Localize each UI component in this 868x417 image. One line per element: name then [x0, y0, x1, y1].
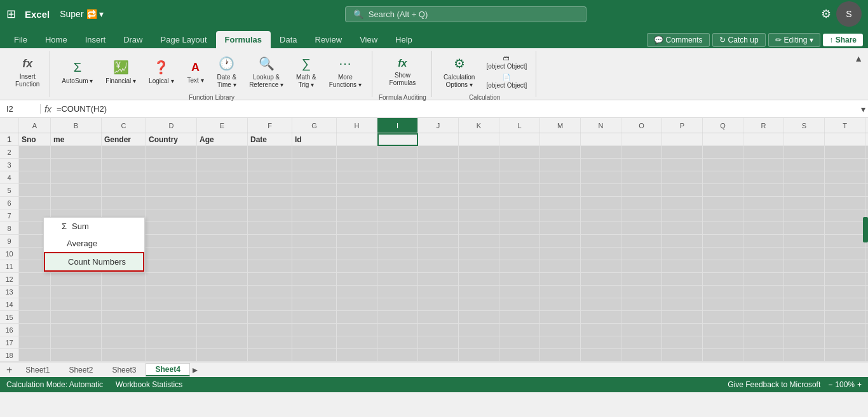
cell-j15[interactable]	[418, 311, 459, 324]
math-trig-button[interactable]: ∑ Math &Trig ▾	[291, 53, 322, 91]
col-header-k[interactable]: K	[459, 118, 499, 133]
cell-a6[interactable]	[19, 197, 51, 209]
cell-c1[interactable]: Gender	[102, 133, 146, 146]
cell-q10[interactable]	[703, 248, 743, 260]
cell-i1[interactable]	[377, 133, 418, 146]
cell-o1[interactable]	[621, 133, 662, 146]
calculate-workbook-button[interactable]: 🗃 [object Object]	[482, 53, 531, 71]
cell-u14[interactable]	[865, 298, 868, 311]
cell-s5[interactable]	[784, 184, 825, 197]
cell-g7[interactable]	[292, 209, 337, 222]
cell-e13[interactable]	[197, 286, 248, 298]
cell-r9[interactable]	[743, 235, 784, 248]
cell-j13[interactable]	[418, 286, 459, 298]
cell-i4[interactable]	[377, 171, 418, 184]
cell-c18[interactable]	[102, 349, 146, 362]
tab-review[interactable]: Review	[306, 31, 351, 48]
cell-m10[interactable]	[540, 248, 581, 260]
cell-p9[interactable]	[662, 235, 703, 248]
cell-u17[interactable]	[865, 336, 868, 349]
cell-n17[interactable]	[581, 336, 621, 349]
cell-k16[interactable]	[459, 324, 499, 336]
col-header-u[interactable]: U	[865, 118, 868, 133]
tab-draw[interactable]: Draw	[114, 31, 151, 48]
add-sheet-button[interactable]: +	[3, 364, 16, 376]
cell-g17[interactable]	[292, 336, 337, 349]
cell-j18[interactable]	[418, 349, 459, 362]
cell-g14[interactable]	[292, 298, 337, 311]
cell-f3[interactable]	[248, 159, 292, 171]
cell-d1[interactable]: Country	[146, 133, 197, 146]
cell-p14[interactable]	[662, 298, 703, 311]
cell-b1[interactable]: me	[51, 133, 102, 146]
col-header-s[interactable]: S	[784, 118, 825, 133]
cell-t9[interactable]	[825, 235, 865, 248]
cell-i15[interactable]	[377, 311, 418, 324]
cell-b5[interactable]	[51, 184, 102, 197]
cell-t4[interactable]	[825, 171, 865, 184]
col-header-g[interactable]: G	[292, 118, 337, 133]
cell-k1[interactable]	[459, 133, 499, 146]
grid-icon[interactable]: ⊞	[6, 7, 16, 21]
cell-j4[interactable]	[418, 171, 459, 184]
cell-i18[interactable]	[377, 349, 418, 362]
cell-m2[interactable]	[540, 146, 581, 159]
more-sheets-button[interactable]: ▸	[190, 364, 200, 376]
cell-o2[interactable]	[621, 146, 662, 159]
cell-h17[interactable]	[337, 336, 377, 349]
dropdown-item-sum[interactable]: Σ Sum	[44, 218, 144, 235]
cell-m17[interactable]	[540, 336, 581, 349]
cell-i10[interactable]	[377, 248, 418, 260]
cell-r11[interactable]	[743, 260, 784, 273]
tab-file[interactable]: File	[5, 31, 36, 48]
tab-view[interactable]: View	[351, 31, 386, 48]
cell-n1[interactable]	[581, 133, 621, 146]
cell-h5[interactable]	[337, 184, 377, 197]
cell-f1[interactable]: Date	[248, 133, 292, 146]
cell-o17[interactable]	[621, 336, 662, 349]
cell-m4[interactable]	[540, 171, 581, 184]
cell-g10[interactable]	[292, 248, 337, 260]
cell-e5[interactable]	[197, 184, 248, 197]
cell-m3[interactable]	[540, 159, 581, 171]
cell-a18[interactable]	[19, 349, 51, 362]
cell-d16[interactable]	[146, 324, 197, 336]
cell-h8[interactable]	[337, 222, 377, 235]
cell-t10[interactable]	[825, 248, 865, 260]
cell-i8[interactable]	[377, 222, 418, 235]
cell-f8[interactable]	[248, 222, 292, 235]
cell-r17[interactable]	[743, 336, 784, 349]
cell-t6[interactable]	[825, 197, 865, 209]
cell-p17[interactable]	[662, 336, 703, 349]
cell-b15[interactable]	[51, 311, 102, 324]
cell-a4[interactable]	[19, 171, 51, 184]
cell-n7[interactable]	[581, 209, 621, 222]
cell-q13[interactable]	[703, 286, 743, 298]
cell-p2[interactable]	[662, 146, 703, 159]
cell-o13[interactable]	[621, 286, 662, 298]
cell-h3[interactable]	[337, 159, 377, 171]
cell-h14[interactable]	[337, 298, 377, 311]
sheet-tab-2[interactable]: Sheet2	[59, 364, 102, 376]
cell-o9[interactable]	[621, 235, 662, 248]
cell-l9[interactable]	[499, 235, 540, 248]
cell-d7[interactable]	[146, 209, 197, 222]
cell-m5[interactable]	[540, 184, 581, 197]
col-header-l[interactable]: L	[499, 118, 540, 133]
cell-p13[interactable]	[662, 286, 703, 298]
cell-r15[interactable]	[743, 311, 784, 324]
col-header-q[interactable]: Q	[703, 118, 743, 133]
col-header-b[interactable]: B	[51, 118, 102, 133]
cell-s7[interactable]	[784, 209, 825, 222]
cell-n12[interactable]	[581, 273, 621, 286]
cell-t5[interactable]	[825, 184, 865, 197]
cell-h11[interactable]	[337, 260, 377, 273]
cell-g12[interactable]	[292, 273, 337, 286]
cell-q15[interactable]	[703, 311, 743, 324]
cell-d2[interactable]	[146, 146, 197, 159]
cell-l14[interactable]	[499, 298, 540, 311]
cell-g6[interactable]	[292, 197, 337, 209]
cell-q17[interactable]	[703, 336, 743, 349]
cell-f18[interactable]	[248, 349, 292, 362]
cell-f11[interactable]	[248, 260, 292, 273]
